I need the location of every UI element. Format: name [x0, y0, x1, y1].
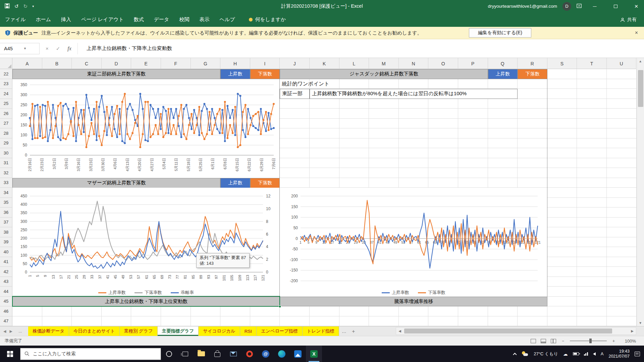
column-header[interactable]: T: [577, 58, 607, 69]
file-explorer-icon[interactable]: [193, 346, 209, 362]
zoom-slider[interactable]: [570, 341, 607, 341]
qat-customize-icon[interactable]: ▾: [32, 4, 34, 8]
sheet-tab[interactable]: トレンド指標: [303, 326, 339, 336]
row-header[interactable]: 39: [0, 237, 12, 247]
row-header[interactable]: 26: [0, 109, 12, 119]
row-header[interactable]: 32: [0, 168, 12, 178]
ime-indicator[interactable]: A: [601, 351, 604, 356]
horizontal-scrollbar[interactable]: ◀ ▶: [396, 327, 636, 335]
message-bar-close-icon[interactable]: ×: [635, 30, 644, 36]
row-header[interactable]: 34: [0, 188, 12, 198]
row-header[interactable]: 40: [0, 247, 12, 257]
scroll-down-icon[interactable]: ▼: [637, 321, 644, 325]
row-header[interactable]: 37: [0, 218, 12, 228]
column-header[interactable]: B: [42, 58, 72, 69]
sheet-tab[interactable]: 業種別 グラフ: [120, 326, 158, 336]
taskbar-clock[interactable]: 19:43 2021/07/07: [608, 349, 630, 359]
row-header[interactable]: 23: [0, 79, 12, 89]
sheet-tab[interactable]: 株価診断データ: [28, 326, 69, 336]
row-header[interactable]: 47: [0, 316, 12, 326]
row-header[interactable]: 29: [0, 138, 12, 148]
hidden-icons-chevron-icon[interactable]: [513, 353, 517, 356]
close-button[interactable]: ×: [629, 0, 644, 12]
sheet-tab[interactable]: 今日のまとめサイト: [69, 326, 120, 336]
column-header[interactable]: R: [518, 58, 547, 69]
row-header[interactable]: 36: [0, 207, 12, 218]
zoom-level[interactable]: 100%: [621, 339, 636, 344]
edge-icon[interactable]: [274, 346, 290, 362]
tosho2-down-cell[interactable]: 下落数: [250, 69, 280, 79]
row-header[interactable]: 46: [0, 306, 12, 316]
network-icon[interactable]: [584, 352, 588, 356]
row-header[interactable]: 28: [0, 128, 12, 138]
battery-icon[interactable]: [573, 352, 579, 355]
action-center-icon[interactable]: [635, 352, 640, 356]
column-header[interactable]: S: [547, 58, 577, 69]
microsoft-store-icon[interactable]: [209, 346, 225, 362]
sheet-more-left[interactable]: …: [16, 329, 25, 333]
row-header[interactable]: 41: [0, 257, 12, 267]
select-all-corner[interactable]: [0, 58, 12, 69]
column-header[interactable]: P: [458, 58, 488, 69]
jasdaq-down-cell[interactable]: 下落数: [518, 69, 547, 79]
browser-icon[interactable]: [241, 346, 258, 362]
horizontal-scroll-thumb[interactable]: [404, 328, 612, 334]
avatar[interactable]: D: [562, 2, 571, 11]
scroll-right-icon[interactable]: ▶: [629, 329, 636, 333]
row-header[interactable]: 44: [0, 287, 12, 297]
band-jasdaq-title[interactable]: ジャスダック銘柄上昇数下落数: [280, 69, 488, 79]
excel-taskbar-icon[interactable]: X: [306, 346, 322, 362]
column-header[interactable]: U: [607, 58, 637, 69]
enter-check-icon[interactable]: ✓: [56, 46, 60, 52]
mothers-up-cell[interactable]: 上昇数: [220, 178, 250, 188]
ribbon-tab[interactable]: 挿入: [56, 12, 76, 27]
add-sheet-icon[interactable]: ＋: [349, 326, 358, 336]
row-header[interactable]: 45: [0, 297, 12, 307]
row-header[interactable]: 24: [0, 89, 12, 99]
minimize-button[interactable]: ─: [587, 0, 602, 12]
fill-handle[interactable]: [279, 305, 281, 308]
row-header[interactable]: 42: [0, 267, 12, 277]
normal-view-icon[interactable]: [531, 339, 536, 343]
formula-input[interactable]: 上昇率上位銘柄数・下降率上位変動数: [78, 45, 172, 52]
taskbar-search-input[interactable]: ここに入力して検索: [20, 348, 161, 360]
volume-icon[interactable]: [593, 352, 596, 356]
band-tosho2-title[interactable]: 東証二部銘柄上昇数下落数: [12, 69, 220, 79]
account-email[interactable]: dryyourtearswithlove1@gmail.com: [488, 4, 557, 9]
column-header[interactable]: J: [280, 58, 310, 69]
vertical-scroll-thumb[interactable]: [638, 70, 643, 107]
jasdaq-up-cell[interactable]: 上昇数: [488, 69, 518, 79]
row-header[interactable]: 31: [0, 158, 12, 168]
row-header[interactable]: 27: [0, 119, 12, 129]
tosho2-up-cell[interactable]: 上昇数: [220, 69, 250, 79]
enable-editing-button[interactable]: 編集を有効にする(E): [469, 28, 531, 38]
onedrive-cloud-icon[interactable]: ☁: [563, 351, 568, 357]
column-header[interactable]: F: [161, 58, 191, 69]
ribbon-tab[interactable]: ヘルプ: [214, 12, 240, 27]
column-header[interactable]: O: [428, 58, 458, 69]
redo-icon[interactable]: ↻: [23, 3, 28, 9]
ribbon-tab[interactable]: 数式: [129, 12, 149, 27]
row-header[interactable]: 43: [0, 277, 12, 287]
row-header[interactable]: 30: [0, 148, 12, 158]
column-header[interactable]: D: [102, 58, 131, 69]
sheet-nav-right-icon[interactable]: ▶: [9, 329, 12, 334]
column-header[interactable]: N: [399, 58, 429, 69]
zoom-slider-thumb[interactable]: [589, 339, 592, 343]
column-header[interactable]: Q: [488, 58, 518, 69]
name-box-dropdown-icon[interactable]: ▾: [24, 46, 26, 51]
photos-icon[interactable]: [290, 346, 306, 362]
column-header[interactable]: K: [310, 58, 339, 69]
chart-tosho2[interactable]: 0501001502002503003502月16日2月23日3月2日3月9日3…: [12, 79, 280, 178]
cancel-icon[interactable]: ×: [46, 46, 49, 51]
row-header[interactable]: 33: [0, 178, 12, 188]
ribbon-tab[interactable]: ホーム: [31, 12, 56, 27]
cortana-icon[interactable]: [161, 346, 177, 362]
chart-tourakuritsu[interactable]: -200-150-100-500501001502001591317212529…: [280, 188, 547, 297]
row-header[interactable]: 38: [0, 227, 12, 237]
start-button[interactable]: [0, 346, 20, 362]
ribbon-tab[interactable]: データ: [149, 12, 174, 27]
sheet-more-right[interactable]: …: [339, 326, 349, 336]
page-break-view-icon[interactable]: [551, 339, 556, 343]
scroll-up-icon[interactable]: ▲: [637, 59, 644, 63]
